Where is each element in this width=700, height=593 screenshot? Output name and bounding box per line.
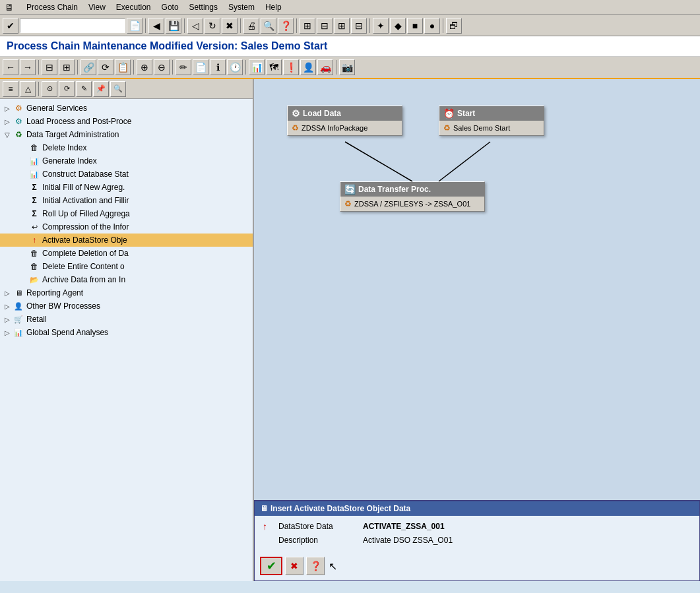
menu-system[interactable]: System [223,1,260,13]
zoom-in-btn[interactable]: ⊕ [137,59,152,75]
person-btn[interactable]: 👤 [300,59,316,75]
tree-item-data-target[interactable]: ▽ ♻ Data Target Administration [0,128,253,141]
grid4-btn[interactable]: ⊟ [351,18,367,34]
menu-help[interactable]: Help [260,1,287,13]
menu-view[interactable]: View [83,1,111,13]
arrange-btn[interactable]: ⟳ [98,59,113,75]
camera-btn[interactable]: 📷 [339,59,355,75]
tree-item-reporting-agent[interactable]: ▷ 🖥 Reporting Agent [0,286,253,299]
arrow-left-btn[interactable]: ← [3,59,18,75]
tree-item-retail[interactable]: ▷ 🛒 Retail [0,313,253,326]
dialog-confirm-btn[interactable]: ✔ [260,557,282,575]
table2-btn[interactable]: ⊞ [59,59,75,75]
square-btn[interactable]: ■ [407,18,423,34]
start-node[interactable]: ⏰ Start ♻ Sales Demo Start [439,106,544,136]
tree-item-compression[interactable]: ↩ Compression of the Infor [0,220,253,234]
tree-item-complete-deletion[interactable]: 🗑 Complete Deletion of Da [0,247,253,260]
car-btn[interactable]: 🚗 [317,59,333,75]
window-btn[interactable]: 🗗 [446,18,462,34]
help2-btn[interactable]: ❓ [278,18,294,34]
save-btn[interactable]: 💾 [166,18,181,34]
menu-process-chain[interactable]: Process Chain [21,1,83,13]
circle-btn[interactable]: ● [424,18,440,34]
icon-retail: 🛒 [13,314,24,325]
expand-reporting-agent[interactable]: ▷ [3,288,12,297]
pencil-btn[interactable]: ✏ [175,59,191,75]
expand-general-services[interactable]: ▷ [3,104,12,113]
tree-item-initial-fill[interactable]: Σ Initial Fill of New Agreg. [0,181,253,194]
lt-btn5[interactable]: ✎ [76,81,92,97]
expand-other-bw[interactable]: ▷ [3,301,12,311]
tree-item-global-spend[interactable]: ▷ 📊 Global Spend Analyses [0,326,253,339]
doc-btn[interactable]: 📄 [193,59,208,75]
expand-compression [18,222,28,232]
menu-goto[interactable]: Goto [156,1,184,13]
label-initial-fill: Initial Fill of New Agreg. [42,183,125,192]
tree-item-generate-index[interactable]: 📊 Generate Index [0,154,253,168]
expand-retail[interactable]: ▷ [3,315,12,324]
checkmark-btn[interactable]: ✔ [3,18,18,34]
tree-item-initial-activation[interactable]: Σ Initial Activation and Fillir [0,194,253,207]
grid1-btn[interactable]: ⊞ [300,18,315,34]
sep-t2-2 [77,60,78,75]
info-btn[interactable]: ℹ [210,59,226,75]
tree-item-roll-up[interactable]: Σ Roll Up of Filled Aggrega [0,207,253,220]
arrow-right-btn[interactable]: → [20,59,36,75]
sep-t2-3 [133,60,134,75]
dialog-cancel-btn[interactable]: ✖ [285,557,303,575]
lt-btn6[interactable]: 📌 [93,81,109,97]
label-reporting-agent: Reporting Agent [26,288,83,297]
menu-execution[interactable]: Execution [111,1,156,13]
label-delete-index: Delete Index [42,143,86,152]
grid2-btn[interactable]: ⊟ [317,18,333,34]
expand-load-process[interactable]: ▷ [3,117,12,126]
load-data-node[interactable]: ⚙ Load Data ♻ ZDSSA InfoPackage [287,106,402,136]
stop-btn[interactable]: ✖ [222,18,238,34]
lt-btn1[interactable]: ≡ [3,81,18,97]
tree-item-load-process[interactable]: ▷ ⚙ Load Process and Post-Proce [0,115,253,128]
label-load-process: Load Process and Post-Proce [26,117,131,126]
command-input[interactable] [20,18,125,33]
prev-btn[interactable]: ◁ [187,18,203,34]
expand-global-spend[interactable]: ▷ [3,328,12,337]
menu-settings[interactable]: Settings [184,1,223,13]
label-initial-activation: Initial Activation and Fillir [42,196,129,205]
expand-generate-index [18,156,28,166]
data-transfer-node[interactable]: 🔄 Data Transfer Proc. ♻ ZDSSA / ZSFILESY… [340,181,485,212]
tree-item-delete-content[interactable]: 🗑 Delete Entire Content o [0,260,253,273]
start-sub-icon: ♻ [443,123,451,133]
link-btn[interactable]: 🔗 [80,59,96,75]
expand-data-target[interactable]: ▽ [3,130,12,139]
icon-reporting-agent: 🖥 [13,288,24,298]
icon-delete-index: 🗑 [29,142,40,153]
clock-btn[interactable]: 🕐 [227,59,243,75]
table-btn[interactable]: ⊟ [42,59,57,75]
back-btn[interactable]: ◀ [148,18,164,34]
expand-initial-fill [18,183,28,192]
page-icon-btn[interactable]: 📄 [127,18,143,34]
dialog-help-btn[interactable]: ❓ [306,557,325,575]
lt-btn4[interactable]: ⟳ [59,81,75,97]
diamond-btn[interactable]: ◆ [390,18,406,34]
copy-btn[interactable]: 📋 [115,59,131,75]
lt-btn7[interactable]: 🔍 [110,81,126,97]
alert-btn[interactable]: ❗ [283,59,299,75]
refresh-btn[interactable]: ↻ [205,18,220,34]
zoom-out-btn[interactable]: ⊖ [154,59,170,75]
expand-roll-up [18,209,28,218]
tree-item-delete-index[interactable]: 🗑 Delete Index [0,141,253,154]
tree-item-activate-datastore[interactable]: ↑ Activate DataStore Obje [0,234,253,247]
icon-construct-db-stat: 📊 [29,169,40,179]
tree-item-construct-db-stat[interactable]: 📊 Construct Database Stat [0,168,253,181]
print-btn[interactable]: 🖨 [243,18,259,34]
lt-btn2[interactable]: △ [20,81,36,97]
map-btn[interactable]: 🗺 [266,59,282,75]
tree-item-archive[interactable]: 📂 Archive Data from an In [0,273,253,286]
tree-item-other-bw[interactable]: ▷ 👤 Other BW Processes [0,299,253,313]
star-btn[interactable]: ✦ [373,18,389,34]
chart-btn[interactable]: 📊 [249,59,265,75]
grid3-btn[interactable]: ⊞ [334,18,350,34]
lt-btn3[interactable]: ⊙ [42,81,57,97]
tree-item-general-services[interactable]: ▷ ⚙ General Services [0,102,253,115]
find-btn[interactable]: 🔍 [261,18,276,34]
